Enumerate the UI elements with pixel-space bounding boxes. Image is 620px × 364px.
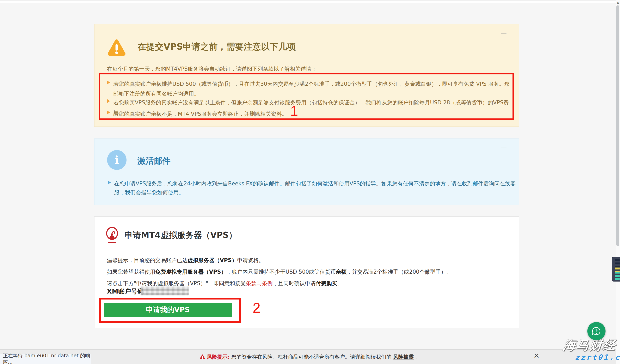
meter-stripes-yellow [615,267,620,272]
risk-warning-content: 风险提示: 您的资金存在风险。杠杆商品可能不适合所有客户。请详细阅读我们的风险披… [0,349,620,364]
bullet-arrow-icon [108,181,111,185]
warning-panel-title: 在提交VPS申请之前，需要注意以下几项 [138,41,296,52]
text-segment-bold: 付费购买 [316,280,337,287]
risk-warning-icon [200,354,205,360]
text-segment-bold: 免费虚拟专用服务器（VPS） [155,269,226,275]
risk-warning-bar: 风险提示: 您的资金存在风险。杠杆商品可能不适合所有客户。请详细阅读我们的风险披… [0,349,620,364]
warning-triangle-icon [107,38,127,57]
text-segment: 温馨提示，目前您的交易账户已达 [107,257,187,263]
terms-link[interactable]: 条款与条例 [246,280,273,287]
risk-text-suffix: 。 [416,353,421,360]
annotation-number-2: 2 [253,301,261,315]
extension-meter-widget[interactable] [612,257,620,282]
scrollbar-thumb[interactable] [616,5,619,246]
list-item: 在您申请VPS服务后，您将在24小时内收到来自Beeks FX的确认邮件。邮件包… [108,179,519,197]
risk-text: 您的资金存在风险。杠杆商品可能不适合所有客户。请详细阅读我们的 [231,353,391,360]
text-segment: ，账户内只需维持不少于USD 500或等值货币 [226,269,336,275]
meter-stripes-dark [615,259,620,267]
meter-stripes [615,259,620,280]
collapse-dash-icon[interactable]: — [500,30,507,36]
text-segment-bold: 余额 [336,269,346,275]
info-panel-title: 激活邮件 [138,155,170,167]
question-bubble-icon: ? [591,325,602,337]
text-segment: 请点击下方"申请我的虚拟服务器（VPS）"，即同意和接受 [107,280,246,287]
risk-disclosure-link[interactable]: 风险披露 [393,353,414,360]
collapse-dash-icon[interactable]: — [500,144,507,151]
text-segment: 如果您希望获得使用 [107,269,155,275]
window-top-edge [0,0,620,0]
text-segment: 。 [337,280,342,287]
help-chat-button[interactable]: ? [587,322,605,340]
text-segment-bold: 虚拟服务器（VPS） [187,257,237,263]
browser-status-tooltip: 正在等待 bam.eu01.nr-data.net 的响应... [0,354,91,364]
watermark-brand: 海马财经 [562,337,617,354]
scroll-up-icon[interactable]: ▲ [616,0,620,4]
apply-note-2: 如果您希望获得使用免费虚拟专用服务器（VPS），账户内只需维持不少于USD 50… [107,268,452,275]
svg-text:?: ? [595,329,598,334]
activation-email-panel: — i 激活邮件 在您申请VPS服务后，您将在24小时内收到来自Beeks FX… [94,138,519,205]
account-number-redacted [141,287,189,295]
annotation-number-1: 1 [290,104,298,118]
warning-intro-text: 在每个月的第一天，您的MT4VPS服务将会自动续订，请详阅下列条款以了解相关详情… [107,65,317,73]
text-segment: 申请资格。 [237,257,264,263]
apply-panel-title: 申请MT4虚拟服务器（VPS） [124,229,237,241]
risk-label: 风险提示: [207,353,230,360]
apply-note-1: 温馨提示，目前您的交易账户已达虚拟服务器（VPS）申请资格。 [107,257,264,264]
watermark-url: zzrt01.cn [575,353,620,362]
apply-note-3: 请点击下方"申请我的虚拟服务器（VPS）"，即同意和接受条款与条例，且同时确认申… [107,280,342,287]
annotation-box-2 [99,298,241,323]
annotation-box-1 [99,73,514,120]
close-icon[interactable]: × [533,352,540,359]
stamp-icon [106,227,119,243]
status-text: 正在等待 bam.eu01.nr-data.net 的响应... [3,352,91,364]
text-segment: ，并交易满2个标准手（或200个微型手）。 [346,269,451,275]
bullet-text: 在您申请VPS服务后，您将在24小时内收到来自Beeks FX的确认邮件。邮件包… [114,179,519,197]
info-icon: i [107,150,126,170]
meter-stripes-teal [615,272,620,280]
text-segment: ，且同时确认申请 [273,280,316,287]
xm-account-label: XM账户号码 [107,287,144,296]
